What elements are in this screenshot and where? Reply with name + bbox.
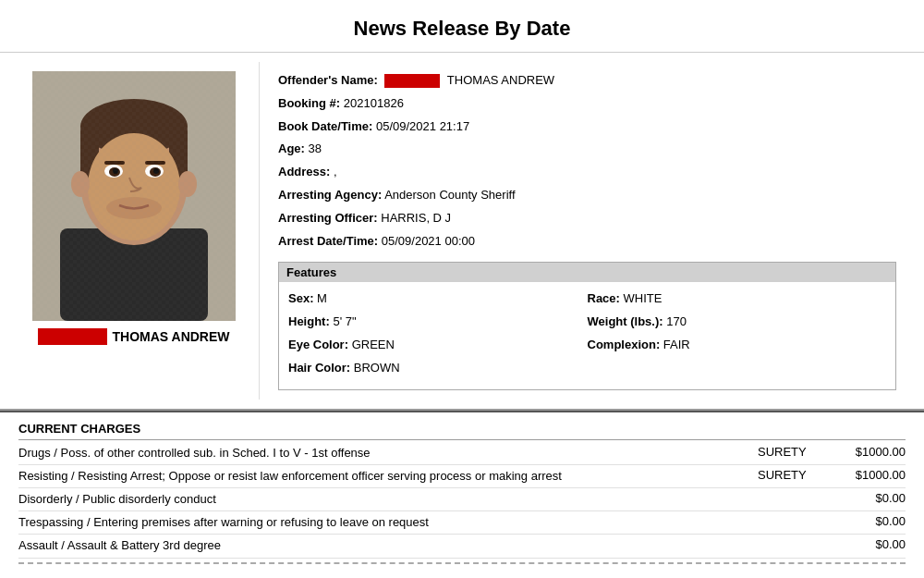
charge-row: Trespassing / Entering premises after wa… xyxy=(18,511,906,535)
hair-color-row: Hair Color: BROWN xyxy=(288,359,588,378)
charge-amount: $1000.00 xyxy=(832,468,906,482)
eye-color-row: Eye Color: GREEN xyxy=(288,336,588,355)
mugshot-image xyxy=(32,71,236,321)
arrest-date-row: Arrest Date/Time: 05/09/2021 00:00 xyxy=(278,232,896,252)
age-row: Age: 38 xyxy=(278,140,896,159)
features-col-left: Sex: M Height: 5' 7" Eye Color: GREEN Ha… xyxy=(288,289,588,381)
photo-area: THOMAS ANDREW xyxy=(18,62,259,400)
eye-color-label: Eye Color: xyxy=(288,338,348,351)
address-label: Address: xyxy=(278,165,330,178)
address-row: Address: , xyxy=(278,163,896,182)
charges-list: Drugs / Poss. of other controlled sub. i… xyxy=(18,442,906,559)
offenders-name-redacted xyxy=(381,73,446,87)
arresting-officer-label: Arresting Officer: xyxy=(278,211,378,225)
booking-label: Booking #: xyxy=(278,96,340,110)
sex-row: Sex: M xyxy=(288,289,588,309)
arrest-date-label: Arrest Date/Time: xyxy=(278,234,378,248)
features-header: Features xyxy=(279,263,895,282)
height-value: 5' 7" xyxy=(333,314,356,328)
booking-row: Booking #: 202101826 xyxy=(278,94,896,114)
charge-description: Disorderly / Public disorderly conduct xyxy=(18,491,758,508)
charge-row: Disorderly / Public disorderly conduct $… xyxy=(18,488,906,511)
address-value: , xyxy=(334,165,337,178)
charge-amount: $0.00 xyxy=(832,514,906,528)
charge-description: Resisting / Resisting Arrest; Oppose or … xyxy=(18,468,758,485)
charge-type: SURETY xyxy=(758,445,832,459)
eye-color-value: GREEN xyxy=(352,338,395,351)
arresting-agency-value: Anderson County Sheriff xyxy=(384,188,515,202)
page-title: News Release By Date xyxy=(0,0,924,53)
features-col-right: Race: WHITE Weight (lbs.): 170 Complexio… xyxy=(588,289,887,381)
sex-value: M xyxy=(317,291,327,305)
weight-row: Weight (lbs.): 170 xyxy=(588,313,887,332)
arresting-agency-row: Arresting Agency: Anderson County Sherif… xyxy=(278,186,896,205)
current-charges-section: CURRENT CHARGES Drugs / Poss. of other c… xyxy=(0,411,924,564)
top-section: THOMAS ANDREW Offender's Name: THOMAS AN… xyxy=(0,53,924,411)
height-row: Height: 5' 7" xyxy=(288,313,588,332)
charge-row: Assault / Assault & Battery 3rd degree $… xyxy=(18,535,906,558)
age-value: 38 xyxy=(309,141,322,155)
offenders-name-label: Offender's Name: xyxy=(278,73,378,87)
hair-color-value: BROWN xyxy=(354,361,400,375)
offender-name-text: THOMAS ANDREW xyxy=(112,329,229,344)
weight-label: Weight (lbs.): xyxy=(588,314,663,328)
charge-description: Drugs / Poss. of other controlled sub. i… xyxy=(18,445,758,461)
offenders-name-value: THOMAS ANDREW xyxy=(447,73,554,87)
booking-value: 202101826 xyxy=(344,96,404,110)
arresting-officer-value: HARRIS, D J xyxy=(381,211,451,225)
book-date-label: Book Date/Time: xyxy=(278,119,372,133)
height-label: Height: xyxy=(288,314,330,328)
charge-amount: $0.00 xyxy=(832,491,906,505)
features-grid: Sex: M Height: 5' 7" Eye Color: GREEN Ha… xyxy=(279,282,895,388)
charge-amount: $0.00 xyxy=(832,537,906,551)
charge-row: Resisting / Resisting Arrest; Oppose or … xyxy=(18,465,906,488)
book-date-value: 05/09/2021 21:17 xyxy=(376,119,469,133)
charges-header: CURRENT CHARGES xyxy=(18,418,906,440)
name-redacted-bar xyxy=(38,328,107,345)
complexion-label: Complexion: xyxy=(588,338,661,351)
arresting-officer-row: Arresting Officer: HARRIS, D J xyxy=(278,209,896,228)
hair-color-label: Hair Color: xyxy=(288,361,350,375)
race-value: WHITE xyxy=(624,291,663,305)
svg-rect-20 xyxy=(32,71,236,321)
charge-type: SURETY xyxy=(758,468,832,482)
age-label: Age: xyxy=(278,141,305,155)
charge-description: Trespassing / Entering premises after wa… xyxy=(18,514,758,531)
race-label: Race: xyxy=(588,291,620,305)
sex-label: Sex: xyxy=(288,291,313,305)
charge-description: Assault / Assault & Battery 3rd degree xyxy=(18,537,758,554)
charge-amount: $1000.00 xyxy=(832,445,906,459)
arresting-agency-label: Arresting Agency: xyxy=(278,188,382,202)
weight-value: 170 xyxy=(666,314,687,328)
arrest-date-value: 05/09/2021 00:00 xyxy=(382,234,475,248)
info-area: Offender's Name: THOMAS ANDREW Booking #… xyxy=(259,62,906,400)
features-section: Features Sex: M Height: 5' 7" Eye Color:… xyxy=(278,262,896,389)
charge-row: Drugs / Poss. of other controlled sub. i… xyxy=(18,442,906,465)
complexion-row: Complexion: FAIR xyxy=(588,336,887,355)
complexion-value: FAIR xyxy=(663,338,690,351)
book-date-row: Book Date/Time: 05/09/2021 21:17 xyxy=(278,117,896,137)
race-row: Race: WHITE xyxy=(588,289,887,309)
bottom-dashed-line xyxy=(18,562,906,564)
offender-name-label: THOMAS ANDREW xyxy=(38,328,229,345)
offenders-name-row: Offender's Name: THOMAS ANDREW xyxy=(278,71,896,91)
